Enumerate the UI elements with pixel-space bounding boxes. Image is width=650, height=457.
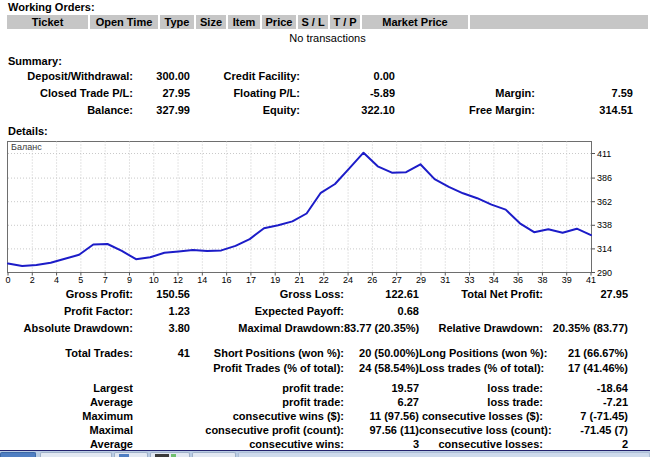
- stat-value: 6.27: [344, 396, 419, 409]
- window-bottom-edge: [0, 450, 650, 451]
- stat-value: -71.45 (7): [543, 424, 628, 437]
- details-row: Absolute Drawdown:3.80Maximal Drawdown:8…: [0, 322, 650, 339]
- working-orders-title: Working Orders:: [8, 1, 95, 13]
- mt4-statement-report: Working Orders: TicketOpen TimeTypeSizeI…: [0, 0, 650, 457]
- x-axis-tick-label: 24: [343, 275, 353, 285]
- stat-value: 83.77 (20.35%): [344, 322, 419, 335]
- x-axis-tick-label: 12: [173, 275, 183, 285]
- details-stats-grid: Gross Profit:150.56Gross Loss:122.61Tota…: [0, 288, 650, 452]
- summary-row: Balance:327.99Equity:322.10Free Margin:3…: [0, 104, 650, 121]
- stat-value: 327.99: [133, 104, 190, 117]
- column-header-ticket[interactable]: Ticket: [7, 15, 90, 29]
- stat-value: -18.64: [543, 382, 628, 395]
- stat-value: 27.95: [133, 87, 190, 100]
- details-row: Maximalconsecutive profit (count):97.56 …: [0, 424, 650, 438]
- stat-label: consecutive wins ($):: [190, 410, 344, 423]
- summary-grid: Deposit/Withdrawal:300.00Credit Facility…: [0, 70, 650, 121]
- stat-label: Gross Profit:: [8, 288, 133, 301]
- column-header-t-p[interactable]: T / P: [330, 15, 362, 29]
- stat-value: 97.56 (11): [344, 424, 419, 437]
- stat-value: 122.61: [344, 288, 419, 301]
- stat-label: Expected Payoff:: [190, 305, 344, 318]
- x-axis-tick-label: 2: [30, 275, 35, 285]
- x-axis-tick-label: 26: [367, 275, 377, 285]
- stat-label: Short Positions (won %):: [190, 347, 344, 360]
- stat-label: loss trade:: [419, 382, 543, 395]
- x-axis-tick-label: 38: [537, 275, 547, 285]
- stat-value: 17 (41.46%): [543, 362, 628, 375]
- stat-label: Gross Loss:: [190, 288, 344, 301]
- stat-value: 7.59: [535, 87, 633, 100]
- y-axis-tick-label: 411: [597, 149, 611, 159]
- column-header-empty: [470, 15, 648, 29]
- stat-value: 300.00: [133, 70, 190, 83]
- stat-label: consecutive loss (count):: [419, 424, 543, 437]
- stat-label: Maximal Drawdown:: [190, 322, 344, 335]
- stat-value: 24 (58.54%): [344, 362, 419, 375]
- stat-label: Long Positions (won %):: [419, 347, 543, 360]
- stat-label: Total Trades:: [8, 347, 133, 360]
- taskbar-button[interactable]: [114, 452, 148, 457]
- stat-value: 322.10: [300, 104, 395, 117]
- details-row: Profit Trades (% of total):24 (58.54%)Lo…: [0, 362, 650, 377]
- balance-chart: 0245791012141617192122242627293133343638…: [0, 137, 650, 287]
- x-axis-tick-label: 4: [54, 275, 59, 285]
- stat-value: 20 (50.00%): [344, 347, 419, 360]
- balance-chart-svg: 0245791012141617192122242627293133343638…: [0, 137, 650, 287]
- y-axis-tick-label: 362: [597, 197, 612, 207]
- details-row: Largestprofit trade:19.57loss trade:-18.…: [0, 382, 650, 396]
- stat-value: 19.57: [344, 382, 419, 395]
- stat-value: 150.56: [133, 288, 190, 301]
- x-axis-tick-label: 29: [416, 275, 426, 285]
- x-axis-tick-label: 17: [246, 275, 256, 285]
- x-axis-tick-label: 34: [489, 275, 499, 285]
- column-header-market-price[interactable]: Market Price: [362, 15, 470, 29]
- x-axis-tick-label: 0: [5, 275, 10, 285]
- stat-value: 27.95: [543, 288, 628, 301]
- stat-label: Average: [8, 396, 133, 409]
- x-axis-tick-label: 21: [294, 275, 304, 285]
- stat-label: Profit Trades (% of total):: [190, 362, 344, 375]
- stat-label: consecutive losses ($):: [419, 410, 543, 423]
- taskbar-button[interactable]: [192, 452, 236, 457]
- stat-label: Profit Factor:: [8, 305, 133, 318]
- x-axis-tick-label: 7: [103, 275, 108, 285]
- details-row: Total Trades:41Short Positions (won %):2…: [0, 347, 650, 362]
- taskbar-start-button[interactable]: [0, 452, 36, 457]
- stat-label: Absolute Drawdown:: [8, 322, 133, 335]
- column-header-type[interactable]: Type: [160, 15, 196, 29]
- column-header-item[interactable]: Item: [228, 15, 262, 29]
- stat-value: -5.89: [300, 87, 395, 100]
- x-axis-tick-label: 19: [270, 275, 280, 285]
- stat-value: 314.51: [535, 104, 633, 117]
- y-axis-tick-label: 314: [597, 244, 612, 254]
- taskbar-window-button[interactable]: [238, 452, 650, 457]
- stat-label: Maximal: [8, 424, 133, 437]
- stat-label: Total Net Profit:: [419, 288, 543, 301]
- taskbar-button[interactable]: [150, 452, 190, 457]
- x-axis-tick-label: 14: [197, 275, 207, 285]
- summary-title: Summary:: [8, 55, 62, 67]
- details-row: Profit Factor:1.23Expected Payoff:0.68: [0, 305, 650, 322]
- x-axis-tick-label: 27: [392, 275, 402, 285]
- stat-label: Loss trades (% of total):: [419, 362, 543, 375]
- x-axis-tick-label: 31: [440, 275, 450, 285]
- details-row: Gross Profit:150.56Gross Loss:122.61Tota…: [0, 288, 650, 305]
- stat-value: 0.68: [344, 305, 419, 318]
- stat-label: Credit Facility:: [190, 70, 300, 83]
- stat-value: 20.35% (83.77): [543, 322, 628, 335]
- x-axis-tick-label: 16: [222, 275, 232, 285]
- x-axis-tick-label: 33: [465, 275, 475, 285]
- stat-value: 11 (97.56): [344, 410, 419, 423]
- chart-legend-label: Баланс: [11, 142, 42, 152]
- stat-label: Largest: [8, 382, 133, 395]
- taskbar-button[interactable]: [40, 452, 112, 457]
- stat-label: Closed Trade P/L:: [8, 87, 133, 100]
- column-header-price[interactable]: Price: [262, 15, 298, 29]
- stat-value: 3.80: [133, 322, 190, 335]
- column-header-open-time[interactable]: Open Time: [90, 15, 160, 29]
- column-header-s-l[interactable]: S / L: [298, 15, 330, 29]
- column-header-size[interactable]: Size: [196, 15, 228, 29]
- details-row: Averageprofit trade:6.27loss trade:-7.21: [0, 396, 650, 410]
- stat-label: Balance:: [8, 104, 133, 117]
